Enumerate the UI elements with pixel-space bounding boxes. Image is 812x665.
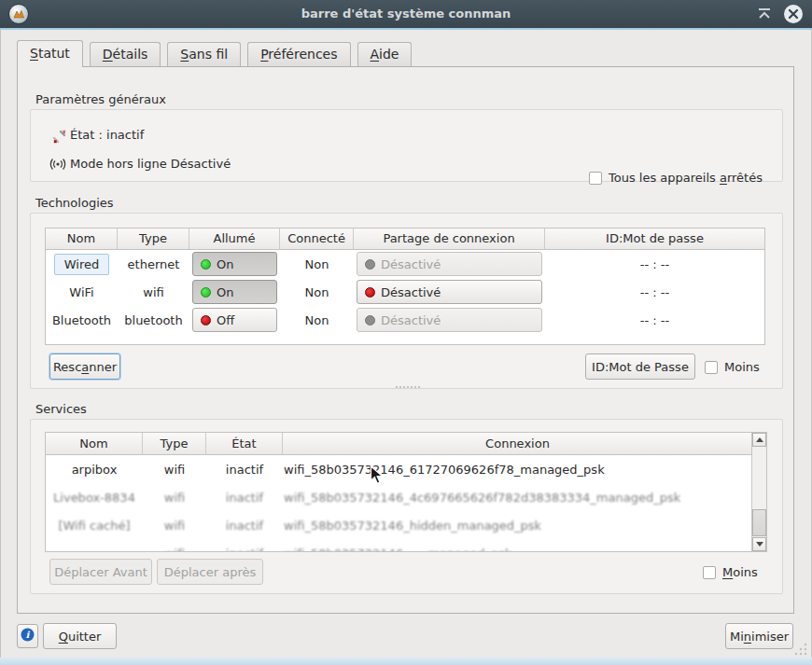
- general-section-title: Paramètres généraux: [35, 91, 166, 107]
- column-header-connecte[interactable]: Connecté: [280, 229, 354, 250]
- scroll-down-arrow[interactable]: [752, 537, 766, 551]
- id-password-value: -- : --: [545, 306, 764, 334]
- services-table: Nom Type État Connexion arpibox wifi ina…: [45, 432, 767, 552]
- checkbox-label: Moins: [722, 565, 758, 579]
- all-devices-stopped-checkbox[interactable]: Tous les appareils arrêtés: [589, 170, 763, 186]
- pane-splitter-grip[interactable]: [396, 386, 420, 388]
- services-scrollbar[interactable]: [751, 433, 766, 551]
- service-row-hidden-wifi[interactable]: [Wifi caché] wifi inactif wifi_58b035732…: [46, 511, 751, 539]
- minimize-button[interactable]: Minimiser: [725, 623, 793, 649]
- technologies-less-checkbox[interactable]: Moins: [705, 359, 760, 375]
- tethering-off-dot: [365, 259, 375, 270]
- id-password-value: -- : --: [545, 250, 764, 278]
- quit-button[interactable]: Quitter: [43, 623, 117, 649]
- power-off-dot: [201, 315, 211, 326]
- tab-sans-fil[interactable]: Sans fil: [167, 42, 241, 66]
- titlebar-accent-line: [0, 28, 812, 30]
- titlebar: barre d'état système connman: [0, 0, 812, 28]
- network-disconnected-icon: [51, 129, 67, 147]
- column-header-allume[interactable]: Allumé: [189, 229, 280, 250]
- power-toggle-button[interactable]: On: [192, 280, 277, 304]
- column-header-type[interactable]: Type: [118, 229, 189, 250]
- column-header-etat[interactable]: État: [206, 433, 283, 455]
- selected-cell[interactable]: Wired: [54, 254, 110, 275]
- power-toggle-button[interactable]: On: [192, 252, 277, 276]
- service-row-livebox[interactable]: Livebox-8834 wifi inactif wifi_58b035732…: [46, 483, 751, 511]
- tab-statut[interactable]: Statut: [17, 40, 83, 67]
- service-row-clipped[interactable]: … wifi inactif wifi_58b035732146_…_manag…: [46, 539, 751, 552]
- window-shade-icon[interactable]: [756, 6, 773, 22]
- tab-details[interactable]: Détails: [90, 42, 161, 66]
- technologies-section-title: Technologies: [35, 195, 114, 211]
- services-section-title: Services: [35, 401, 87, 417]
- info-button[interactable]: i: [17, 624, 38, 648]
- column-header-nom[interactable]: Nom: [46, 229, 118, 250]
- general-state-text: État : inactif: [70, 128, 144, 142]
- tethering-off-dot: [365, 315, 375, 326]
- checkbox-box: [589, 172, 602, 185]
- services-header-row: Nom Type État Connexion: [46, 433, 751, 455]
- technology-row-wifi[interactable]: WiFi wifi On Non Désactivé -- : --: [46, 278, 764, 306]
- scroll-up-arrow[interactable]: [752, 433, 766, 447]
- checkbox-label: Tous les appareils arrêtés: [609, 171, 763, 185]
- power-on-dot: [201, 287, 211, 298]
- info-icon: i: [21, 628, 35, 644]
- offline-mode-icon: [49, 157, 67, 175]
- tethering-button[interactable]: Désactivé: [357, 252, 542, 276]
- tethering-button[interactable]: Désactivé: [357, 280, 542, 304]
- general-panel: État : inactif Mode hors ligne Désactivé…: [30, 109, 783, 182]
- offline-mode-text: Mode hors ligne Désactivé: [70, 157, 231, 171]
- column-header-connexion[interactable]: Connexion: [283, 433, 751, 455]
- id-password-button[interactable]: ID:Mot de Passe: [585, 353, 695, 380]
- tab-preferences[interactable]: Préférences: [247, 42, 350, 66]
- window-close-icon[interactable]: [784, 5, 803, 23]
- rescan-button[interactable]: Rescanner: [49, 353, 120, 380]
- move-after-button[interactable]: Déplacer après: [157, 559, 263, 585]
- scrollbar-thumb[interactable]: [752, 509, 766, 536]
- column-header-id-mdp[interactable]: ID:Mot de passe: [545, 229, 764, 250]
- technology-row-bluetooth[interactable]: Bluetooth bluetooth Off Non Désactivé --…: [46, 306, 764, 334]
- power-on-dot: [201, 259, 211, 270]
- window-title: barre d'état système connman: [0, 0, 812, 28]
- id-password-value: -- : --: [545, 278, 764, 306]
- desktop-panel-strip: [0, 658, 812, 665]
- tethering-off-dot: [365, 287, 375, 298]
- technology-row-wired[interactable]: Wired ethernet On Non Désactivé -- : --: [46, 250, 764, 278]
- move-before-button[interactable]: Déplacer Avant: [49, 559, 152, 585]
- checkbox-label: Moins: [724, 360, 760, 374]
- checkbox-box: [705, 361, 718, 374]
- technologies-header-row: Nom Type Allumé Connecté Partage de conn…: [46, 229, 764, 250]
- column-header-partage[interactable]: Partage de connexion: [354, 229, 545, 250]
- service-row-arpibox[interactable]: arpibox wifi inactif wifi_58b035732146_6…: [46, 455, 751, 483]
- tab-aide[interactable]: Aide: [357, 42, 413, 66]
- tab-bar: Statut Détails Sans fil Préférences Aide: [17, 40, 412, 67]
- services-less-checkbox[interactable]: Moins: [703, 564, 758, 580]
- tethering-button[interactable]: Désactivé: [357, 308, 542, 332]
- column-header-type[interactable]: Type: [143, 433, 206, 455]
- power-toggle-button[interactable]: Off: [192, 308, 277, 332]
- statut-tab-page: Paramètres généraux État : inactif Mode …: [17, 66, 794, 614]
- checkbox-box: [703, 566, 716, 579]
- technologies-table: Nom Type Allumé Connecté Partage de conn…: [45, 228, 765, 345]
- column-header-nom[interactable]: Nom: [46, 433, 143, 455]
